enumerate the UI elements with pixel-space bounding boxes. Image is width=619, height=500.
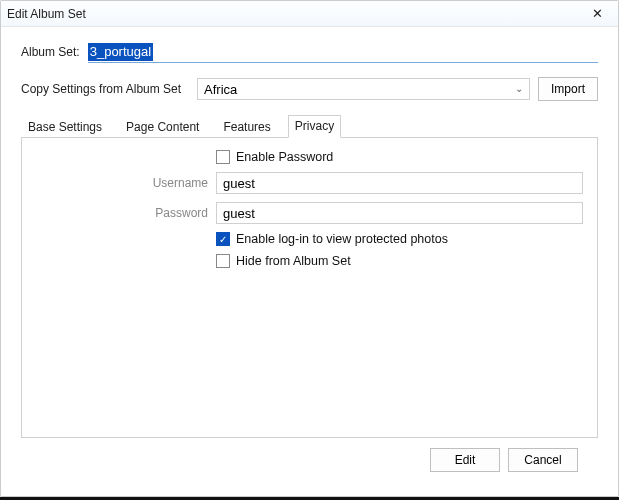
- tab-features[interactable]: Features: [216, 116, 277, 138]
- copy-settings-row: Copy Settings from Album Set Africa ⌄ Im…: [21, 77, 598, 101]
- cancel-button[interactable]: Cancel: [508, 448, 578, 472]
- edit-button[interactable]: Edit: [430, 448, 500, 472]
- album-set-input[interactable]: 3_portugal: [88, 41, 598, 63]
- password-label: Password: [36, 206, 216, 220]
- copy-settings-selected: Africa: [204, 82, 237, 97]
- username-label: Username: [36, 176, 216, 190]
- username-input[interactable]: [216, 172, 583, 194]
- dialog-window: Edit Album Set ✕ Album Set: 3_portugal C…: [0, 0, 619, 497]
- username-row: Username: [36, 172, 583, 194]
- tab-page-content[interactable]: Page Content: [119, 116, 206, 138]
- enable-password-checkbox[interactable]: [216, 150, 230, 164]
- password-input[interactable]: [216, 202, 583, 224]
- album-set-row: Album Set: 3_portugal: [21, 41, 598, 63]
- hide-from-set-label: Hide from Album Set: [236, 254, 351, 268]
- import-button[interactable]: Import: [538, 77, 598, 101]
- album-set-value: 3_portugal: [88, 43, 153, 61]
- dialog-content: Album Set: 3_portugal Copy Settings from…: [1, 27, 618, 496]
- hide-from-set-checkbox[interactable]: [216, 254, 230, 268]
- enable-password-label: Enable Password: [236, 150, 333, 164]
- tab-privacy[interactable]: Privacy: [288, 115, 341, 138]
- enable-password-row: Enable Password: [36, 150, 583, 164]
- window-title: Edit Album Set: [7, 7, 582, 21]
- enable-login-checkbox[interactable]: ✓: [216, 232, 230, 246]
- chevron-down-icon: ⌄: [515, 83, 523, 94]
- titlebar: Edit Album Set ✕: [1, 1, 618, 27]
- enable-login-label: Enable log-in to view protected photos: [236, 232, 448, 246]
- tab-bar: Base Settings Page Content Features Priv…: [21, 115, 598, 137]
- privacy-panel: Enable Password Username Password ✓ Enab…: [21, 137, 598, 438]
- dialog-footer: Edit Cancel: [21, 438, 598, 486]
- password-row: Password: [36, 202, 583, 224]
- enable-login-row: ✓ Enable log-in to view protected photos: [36, 232, 583, 246]
- copy-settings-dropdown[interactable]: Africa ⌄: [197, 78, 530, 100]
- copy-settings-label: Copy Settings from Album Set: [21, 82, 181, 96]
- tab-base-settings[interactable]: Base Settings: [21, 116, 109, 138]
- close-icon: ✕: [592, 6, 603, 21]
- hide-from-set-row: Hide from Album Set: [36, 254, 583, 268]
- album-set-label: Album Set:: [21, 45, 80, 59]
- close-button[interactable]: ✕: [582, 3, 612, 25]
